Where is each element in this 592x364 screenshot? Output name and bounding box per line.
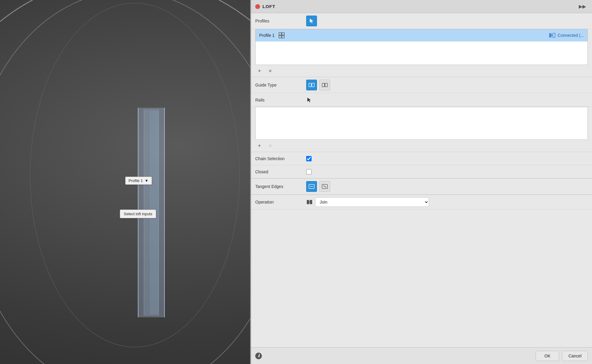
select-loft-label: Select loft inputs	[124, 212, 152, 216]
connected-icon	[549, 32, 556, 39]
rails-remove-btn[interactable]: ×	[266, 142, 274, 150]
svg-rect-11	[549, 33, 552, 37]
rails-list	[255, 107, 588, 140]
tangent-buttons	[306, 181, 330, 192]
guide-type-centerline-btn[interactable]	[319, 80, 330, 90]
profile-tooltip-dropdown-icon: ▼	[145, 178, 149, 183]
svg-rect-17	[322, 83, 324, 87]
svg-rect-19	[325, 83, 327, 87]
stop-icon	[255, 4, 260, 9]
operation-label: Operation	[255, 200, 303, 204]
panel-title: LOFT	[262, 4, 275, 9]
profile-item-name: Profile 1	[259, 33, 274, 38]
join-icon	[306, 199, 313, 205]
operation-content: Join Cut Intersect New Body New Componen…	[306, 197, 588, 207]
svg-rect-26	[310, 200, 312, 204]
profiles-row-content	[306, 16, 588, 26]
footer-info: ℹ	[255, 353, 533, 359]
centerline-icon	[321, 82, 328, 88]
svg-rect-9	[279, 36, 281, 38]
tangent-edges-inactive-btn[interactable]	[319, 181, 330, 192]
panel-footer: ℹ OK Cancel	[251, 347, 592, 364]
rails-icon	[308, 82, 315, 88]
rails-label: Rails	[255, 98, 303, 102]
svg-rect-14	[309, 83, 311, 87]
rails-add-btn[interactable]: +	[255, 142, 264, 150]
profiles-list: Profile 1	[255, 29, 588, 65]
panel-content: Profiles Profile 1	[251, 13, 592, 347]
svg-line-24	[323, 186, 326, 187]
panel-header-left: LOFT	[255, 4, 275, 9]
svg-marker-20	[307, 98, 311, 102]
closed-checkbox[interactable]	[306, 169, 312, 175]
panel-expand-button[interactable]: ▶▶	[577, 3, 588, 10]
profile-label-tooltip[interactable]: Profile 1 ▼	[125, 177, 152, 185]
profiles-list-buttons: + ×	[251, 65, 592, 77]
profiles-cursor-btn[interactable]	[306, 16, 317, 26]
select-loft-tooltip: Select loft inputs	[120, 210, 156, 218]
svg-rect-7	[279, 33, 281, 35]
svg-rect-10	[282, 36, 284, 38]
tangent-edges-row: Tangent Edges	[251, 179, 592, 195]
profile-tooltip-label: Profile 1	[129, 178, 143, 183]
cancel-button[interactable]: Cancel	[562, 351, 588, 361]
loft-panel: LOFT ▶▶ Profiles Profile 1	[251, 0, 592, 364]
tangent-gray-icon	[321, 183, 328, 190]
svg-rect-15	[312, 83, 314, 87]
ok-button[interactable]: OK	[536, 351, 559, 361]
profiles-remove-btn[interactable]: ×	[266, 67, 274, 75]
profile-item-icons	[278, 32, 545, 39]
profile-item[interactable]: Profile 1	[256, 29, 588, 42]
guide-type-label: Guide Type	[255, 83, 303, 87]
rails-cursor-icon	[306, 97, 312, 103]
closed-row: Closed	[251, 165, 592, 178]
tangent-edges-active-btn[interactable]	[306, 181, 317, 192]
profiles-row: Profiles	[251, 13, 592, 29]
profiles-label: Profiles	[255, 19, 303, 23]
panel-header: LOFT ▶▶	[251, 0, 592, 13]
svg-rect-8	[282, 33, 284, 35]
operation-select[interactable]: Join Cut Intersect New Body New Componen…	[315, 197, 429, 207]
rails-row: Rails	[251, 93, 592, 107]
chain-selection-checkbox[interactable]	[306, 156, 312, 161]
guide-type-buttons	[306, 80, 330, 90]
chain-selection-label: Chain Selection	[255, 156, 303, 161]
guide-type-row: Guide Type	[251, 77, 592, 93]
svg-marker-6	[310, 19, 313, 23]
closed-label: Closed	[255, 169, 303, 174]
info-button[interactable]: ℹ	[255, 353, 262, 359]
operation-row: Operation Join Cut Intersect New Body Ne…	[251, 195, 592, 210]
rails-row-content	[306, 97, 588, 103]
connected-label: Connected (...	[558, 33, 584, 38]
tangent-edges-label: Tangent Edges	[255, 184, 303, 189]
profiles-add-btn[interactable]: +	[255, 67, 264, 75]
profile-sketch-icon	[278, 32, 285, 39]
profile-item-status: Connected (...	[549, 32, 584, 39]
chain-selection-row: Chain Selection	[251, 152, 592, 165]
svg-rect-25	[307, 200, 309, 204]
tangent-blue-icon	[308, 183, 315, 190]
rails-list-buttons: + ×	[251, 140, 592, 152]
guide-type-rails-btn[interactable]	[306, 80, 317, 90]
svg-rect-13	[553, 33, 555, 37]
